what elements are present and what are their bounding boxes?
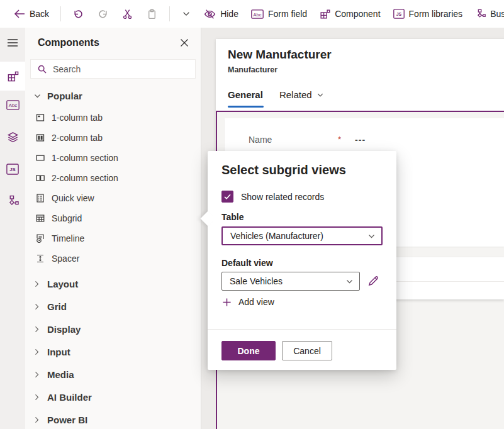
done-button[interactable]: Done [221, 341, 276, 360]
rail-form-libraries-tab[interactable]: JS [0, 155, 25, 184]
component-item-2-column-tab[interactable]: 2-column tab [25, 128, 201, 148]
tab-related[interactable]: Related [279, 89, 324, 100]
tab-label: Related [279, 89, 312, 100]
show-related-records-row[interactable]: Show related records [221, 191, 324, 203]
form-tabs: General Related [228, 89, 324, 100]
group-label: Grid [47, 301, 67, 312]
record-title: New Manufacturer [228, 48, 332, 62]
group-display[interactable]: Display [25, 318, 201, 340]
name-field-row[interactable]: Name * --- [249, 135, 366, 145]
form-field-label: Form field [268, 9, 307, 19]
undo-button[interactable] [73, 9, 84, 20]
search-icon [37, 64, 47, 74]
popular-section-header[interactable]: Popular [25, 84, 201, 108]
search-input[interactable] [53, 64, 179, 74]
two-column-tab-icon [35, 133, 45, 143]
back-button[interactable]: Back [14, 9, 49, 19]
left-nav-rail: Abc JS [0, 28, 25, 429]
rail-form-fields-tab[interactable]: Abc [0, 91, 25, 120]
table-label: Table [221, 212, 244, 222]
popular-label: Popular [47, 91, 82, 101]
group-ai-builder[interactable]: AI Builder [25, 386, 201, 408]
component-item-1-column-tab[interactable]: 1-column tab [25, 108, 201, 128]
business-rule-icon [475, 9, 486, 20]
hamburger-icon [7, 38, 18, 47]
hide-label: Hide [220, 9, 238, 19]
field-label: Name [249, 135, 338, 145]
group-input[interactable]: Input [25, 340, 201, 363]
group-media[interactable]: Media [25, 363, 201, 386]
checkmark-icon [223, 192, 232, 201]
active-tab-underline [228, 106, 264, 108]
back-label: Back [30, 9, 49, 19]
show-related-records-checkbox[interactable] [221, 191, 233, 203]
pencil-icon [367, 274, 380, 287]
group-grid[interactable]: Grid [25, 295, 201, 318]
rail-components-tab[interactable] [0, 62, 25, 91]
components-search[interactable] [30, 59, 196, 79]
default-view-dropdown[interactable]: Sale Vehicles [221, 272, 360, 291]
component-item-quick-view[interactable]: Quick view [25, 188, 201, 208]
panel-close-button[interactable] [177, 35, 192, 50]
component-item-subgrid[interactable]: Subgrid [25, 208, 201, 228]
rail-business-rules-tab[interactable] [0, 187, 25, 216]
cut-button[interactable] [122, 9, 133, 20]
component-item-1-column-section[interactable]: 1-column section [25, 148, 201, 168]
chevron-right-icon [33, 348, 41, 356]
component-button[interactable]: Component [320, 9, 380, 20]
form-field-button[interactable]: Abc Form field [251, 9, 307, 19]
svg-text:JS: JS [9, 167, 16, 172]
group-power-bi[interactable]: Power BI [25, 408, 201, 429]
two-column-section-icon [35, 173, 45, 183]
hide-eye-off-icon [204, 9, 216, 20]
paste-button[interactable] [147, 9, 157, 20]
group-label: Media [47, 369, 74, 380]
dialog-footer-divider [208, 329, 396, 330]
hide-button[interactable]: Hide [204, 9, 238, 20]
tab-general[interactable]: General [228, 89, 263, 100]
edit-view-button[interactable] [367, 274, 380, 287]
select-subgrid-views-dialog: Select subgrid views Show related record… [208, 151, 396, 370]
component-item-spacer[interactable]: Spacer [25, 248, 201, 269]
add-view-button[interactable]: Add view [222, 297, 274, 307]
component-item-timeline[interactable]: Timeline [25, 228, 201, 248]
component-item-label: 2-column section [52, 173, 118, 183]
spacer-icon [35, 254, 45, 264]
group-label: AI Builder [47, 392, 92, 403]
cancel-button[interactable]: Cancel [282, 341, 332, 360]
form-libraries-button[interactable]: JS Form libraries [393, 9, 463, 19]
paste-icon [147, 9, 157, 20]
component-item-label: 2-column tab [52, 133, 103, 143]
group-layout[interactable]: Layout [25, 272, 201, 295]
chevron-right-icon [33, 370, 41, 379]
rail-tree-view-tab[interactable] [0, 123, 25, 152]
back-arrow-icon [14, 9, 25, 19]
group-label: Input [47, 347, 70, 357]
toolbar-divider [169, 6, 170, 21]
close-icon [180, 38, 189, 47]
business-rule-icon [6, 195, 19, 208]
add-view-label: Add view [238, 297, 274, 307]
more-commands-button[interactable] [182, 9, 191, 18]
chevron-right-icon [33, 280, 41, 288]
redo-button[interactable] [98, 9, 108, 20]
component-item-label: Subgrid [52, 213, 82, 223]
components-icon [7, 70, 19, 82]
chevron-down-icon [182, 9, 191, 18]
redo-icon [98, 9, 108, 20]
js-icon: JS [393, 9, 405, 19]
form-field-abc-icon: Abc [251, 9, 264, 19]
component-icon [320, 9, 330, 20]
hamburger-menu-button[interactable] [0, 28, 25, 58]
svg-text:Abc: Abc [8, 103, 17, 108]
chevron-right-icon [33, 303, 41, 311]
quick-view-icon [35, 193, 45, 203]
components-panel-header: Components [25, 28, 201, 58]
business-rule-button[interactable]: Business rule [475, 9, 504, 20]
abc-icon: Abc [6, 100, 20, 110]
component-item-label: Spacer [52, 254, 79, 264]
table-dropdown[interactable]: Vehicles (Manufacturer) [221, 226, 383, 245]
component-item-2-column-section[interactable]: 2-column section [25, 168, 201, 188]
form-libraries-label: Form libraries [409, 9, 463, 19]
default-view-label: Default view [221, 258, 273, 268]
